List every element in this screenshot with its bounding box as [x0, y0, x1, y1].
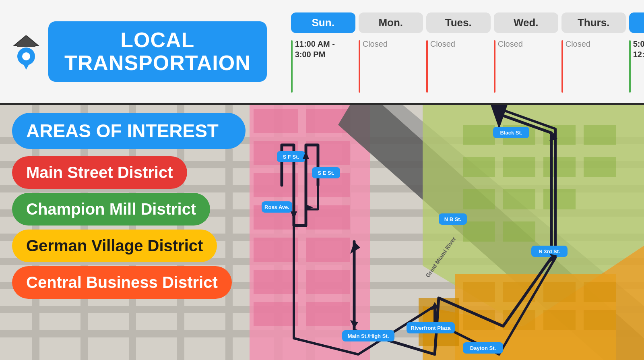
district-label-2: German Village District [26, 237, 203, 254]
svg-rect-57 [543, 157, 576, 177]
svg-rect-63 [503, 221, 535, 242]
logo-icon [12, 35, 40, 68]
svg-rect-24 [254, 109, 298, 133]
time-text-5: 5:00 PM -12:00 AM [633, 39, 644, 60]
svg-rect-36 [254, 302, 298, 326]
svg-point-3 [22, 52, 30, 60]
svg-rect-53 [543, 125, 576, 145]
title-line2: TRANSPORTAION [64, 52, 251, 74]
svg-rect-60 [503, 189, 535, 209]
svg-rect-34 [254, 270, 298, 294]
time-cell-2: Closed [426, 39, 491, 91]
day-pill-sun[interactable]: Sun. [291, 12, 355, 33]
times-row: 11:00 AM -3:00 PMClosedClosedClosedClose… [291, 39, 644, 91]
svg-rect-33 [306, 238, 350, 262]
time-cell-3: Closed [494, 39, 558, 91]
time-text-1: Closed [363, 39, 388, 49]
time-cell-4: Closed [561, 39, 626, 91]
svg-rect-45 [543, 282, 576, 302]
time-bar-4 [561, 40, 563, 93]
day-pill-mon[interactable]: Mon. [359, 12, 423, 33]
time-cell-1: Closed [359, 39, 423, 91]
svg-rect-55 [463, 157, 495, 177]
svg-text:S F St.: S F St. [283, 154, 299, 160]
svg-text:N 3rd St.: N 3rd St. [539, 248, 560, 254]
svg-rect-43 [463, 282, 495, 302]
time-text-3: Closed [498, 39, 523, 49]
svg-text:Main St./High St.: Main St./High St. [348, 333, 389, 339]
district-label-1: Champion Mill District [26, 200, 196, 218]
svg-rect-51 [463, 125, 495, 145]
areas-title: AREAS OF INTEREST [12, 113, 246, 149]
svg-rect-58 [584, 157, 616, 177]
svg-rect-46 [584, 282, 616, 302]
time-cell-0: 11:00 AM -3:00 PM [291, 39, 355, 91]
day-pill-tues[interactable]: Tues. [426, 12, 491, 33]
district-item-2[interactable]: German Village District [12, 230, 217, 262]
time-bar-0 [291, 40, 293, 93]
time-cell-5: 5:00 PM -12:00 AM [629, 39, 644, 91]
title-badge: LOCAL TRANSPORTAION [48, 21, 267, 82]
svg-rect-35 [306, 270, 350, 294]
svg-rect-37 [306, 302, 350, 326]
title-line1: LOCAL [120, 29, 194, 52]
schedule-area: Sun.Mon.Tues.Wed.Thurs.Fri.Sat. 11:00 AM… [267, 12, 644, 91]
top-section: LOCAL TRANSPORTAION Sun.Mon.Tues.Wed.Thu… [0, 0, 644, 105]
district-label-3: Central Business District [26, 273, 218, 291]
svg-text:Dayton St.: Dayton St. [470, 345, 496, 351]
svg-rect-54 [584, 125, 616, 145]
day-pill-fri[interactable]: Fri. [629, 12, 644, 33]
svg-marker-4 [22, 62, 30, 70]
district-item-1[interactable]: Champion Mill District [12, 193, 210, 226]
district-item-0[interactable]: Main Street District [12, 156, 187, 189]
district-label-0: Main Street District [26, 163, 173, 181]
svg-rect-62 [463, 221, 495, 242]
svg-rect-1 [17, 43, 35, 47]
districts-container: Main Street DistrictChampion Mill Distri… [12, 156, 246, 303]
svg-text:Ross Ave.: Ross Ave. [264, 204, 289, 210]
svg-text:S E St.: S E St. [318, 170, 334, 176]
time-bar-1 [359, 40, 360, 93]
bottom-section: S F St. S E St. Ross Ave. Main St./High … [0, 105, 644, 360]
time-bar-5 [629, 40, 631, 93]
time-text-2: Closed [430, 39, 455, 49]
svg-rect-56 [503, 157, 535, 177]
svg-rect-61 [543, 189, 576, 209]
time-bar-2 [426, 40, 428, 93]
district-item-3[interactable]: Central Business District [12, 266, 232, 299]
day-pill-wed[interactable]: Wed. [494, 12, 558, 33]
svg-rect-32 [254, 238, 298, 262]
days-row: Sun.Mon.Tues.Wed.Thurs.Fri.Sat. [291, 12, 644, 33]
svg-rect-59 [463, 189, 495, 209]
areas-title-text: AREAS OF INTEREST [26, 120, 219, 141]
left-panel: AREAS OF INTEREST Main Street DistrictCh… [0, 105, 258, 360]
day-pill-thurs[interactable]: Thurs. [561, 12, 626, 33]
svg-text:Riverfront Plaza: Riverfront Plaza [411, 325, 451, 331]
svg-text:N B St.: N B St. [444, 216, 462, 222]
svg-rect-49 [543, 310, 576, 330]
time-text-0: 11:00 AM -3:00 PM [295, 39, 335, 60]
svg-text:Black St.: Black St. [500, 130, 522, 136]
time-bar-3 [494, 40, 495, 93]
svg-rect-50 [584, 310, 616, 330]
svg-rect-28 [254, 173, 298, 197]
time-text-4: Closed [566, 39, 590, 49]
logo-area: LOCAL TRANSPORTAION [12, 21, 267, 82]
